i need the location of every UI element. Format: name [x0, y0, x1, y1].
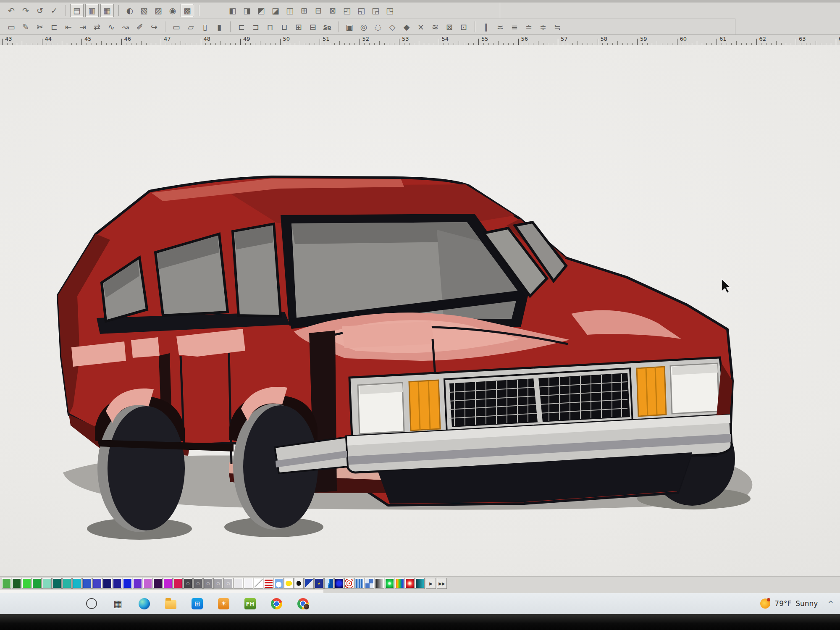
orange-app-icon[interactable]: ✶ — [218, 598, 229, 609]
color-swatch[interactable] — [12, 578, 21, 589]
redo-icon[interactable]: ↷ — [19, 4, 32, 17]
pattern-swatch-cross[interactable] — [365, 578, 374, 589]
bracket-node-icon[interactable]: ⊏ — [48, 21, 60, 33]
distribute-left-icon[interactable]: ∥ — [480, 21, 492, 33]
knife-icon[interactable]: ✎ — [19, 21, 32, 33]
file-explorer-icon[interactable] — [165, 600, 176, 609]
color-swatch[interactable] — [32, 578, 42, 589]
color-swatch[interactable] — [234, 578, 243, 589]
revert-icon[interactable]: ↺ — [34, 4, 46, 17]
chevron-up-icon[interactable]: ^ — [828, 600, 833, 607]
pattern-swatch-star[interactable]: ★ — [314, 578, 324, 589]
smudge-icon[interactable]: ≋ — [429, 21, 441, 33]
pattern-swatch-blue-radial[interactable] — [334, 578, 344, 589]
pattern-swatch-teal-gradient[interactable] — [415, 578, 425, 589]
split-node-icon[interactable]: ⇤ — [62, 21, 75, 33]
punch-icon[interactable]: ◪ — [269, 4, 282, 17]
task-view-button[interactable]: ▦ — [112, 598, 123, 609]
color-swatch[interactable] — [102, 578, 112, 589]
blur-xtra-icon[interactable]: ◌ — [372, 21, 384, 33]
select-path-icon[interactable]: ▣ — [343, 21, 356, 33]
color-swatch[interactable] — [153, 578, 163, 589]
envelope-rect-icon[interactable]: ▭ — [170, 21, 183, 33]
add-object-icon[interactable]: ▭ — [5, 21, 18, 33]
color-mixer-icon[interactable]: ◐ — [123, 4, 136, 17]
delete-xtra-icon[interactable]: ⊠ — [443, 21, 456, 33]
chrome-icon[interactable] — [271, 598, 282, 609]
distribute-top-icon[interactable]: ≐ — [522, 21, 535, 33]
drawing-canvas[interactable] — [0, 45, 840, 576]
spellcheck-icon[interactable]: ✓ — [48, 4, 60, 17]
color-swatch[interactable] — [22, 578, 32, 589]
distribute-bottom-icon[interactable]: ≒ — [551, 21, 564, 33]
pattern-swatch-rainbow[interactable] — [395, 578, 404, 589]
registration-gray-swatch[interactable]: ○ — [223, 578, 233, 589]
align-left-icon[interactable]: ⊏ — [235, 21, 248, 33]
emboss-icon[interactable]: ◱ — [355, 4, 368, 17]
microsoft-store-icon[interactable]: ⊞ — [192, 598, 203, 609]
export-image-icon[interactable]: ▨ — [152, 4, 165, 17]
distribute-right-icon[interactable]: ≡ — [508, 21, 521, 33]
pattern-swatch-yellow-oval[interactable] — [284, 578, 294, 589]
registration-gray-swatch[interactable]: ○ — [193, 578, 203, 589]
pattern-swatch-cloud[interactable] — [274, 578, 284, 589]
crop-path-icon[interactable]: ◫ — [284, 4, 296, 17]
union-icon[interactable]: ◧ — [226, 4, 239, 17]
palette-scroll-right-button[interactable]: ▶ — [426, 578, 436, 589]
pattern-swatch-blue-stripes[interactable] — [354, 578, 364, 589]
document-panel-icon[interactable]: ▦ — [100, 4, 114, 17]
pattern-swatch-green-burst[interactable] — [385, 578, 394, 589]
pattern-swatch-diamond[interactable] — [294, 578, 304, 589]
join-node-icon[interactable]: ⇥ — [76, 21, 89, 33]
envelope-arc-icon[interactable]: ▯ — [199, 21, 211, 33]
shadow-xtra-icon[interactable]: ◆ — [400, 21, 413, 33]
pattern-swatch-flag[interactable] — [264, 578, 273, 589]
align-right-icon[interactable]: ⊐ — [249, 21, 262, 33]
color-swatch[interactable] — [92, 578, 102, 589]
align-center-v-icon[interactable]: ⊟ — [307, 21, 319, 33]
swatches-grid-icon[interactable]: ▩ — [181, 4, 194, 17]
undo-icon[interactable]: ↶ — [5, 4, 18, 17]
inset-path-icon[interactable]: ◎ — [357, 21, 370, 33]
edge-icon[interactable] — [139, 598, 150, 609]
color-swatch[interactable] — [2, 578, 11, 589]
object-inspector-icon[interactable]: ▥ — [85, 4, 99, 17]
palette-scroll-end-button[interactable]: ▶▶ — [437, 578, 447, 589]
bend-icon[interactable]: ✐ — [134, 21, 146, 33]
align-top-icon[interactable]: ⊓ — [264, 21, 276, 33]
distribute-center-h-icon[interactable]: ≍ — [494, 21, 507, 33]
color-swatch[interactable] — [113, 578, 122, 589]
transparency-icon[interactable]: ⊞ — [298, 4, 310, 17]
pinwheel-icon[interactable]: × — [415, 21, 427, 33]
color-swatch[interactable] — [163, 578, 173, 589]
layers-panel-icon[interactable]: ▤ — [70, 4, 84, 17]
intersect-icon[interactable]: ◩ — [255, 4, 268, 17]
reflect-icon[interactable]: ⇄ — [91, 21, 103, 33]
curve-node-icon[interactable]: ∿ — [105, 21, 118, 33]
pattern-swatch-red-spiral[interactable] — [344, 578, 354, 589]
align-bottom-icon[interactable]: ⊔ — [278, 21, 291, 33]
delete-overlap-icon[interactable]: ⊠ — [326, 4, 339, 17]
roughen-icon[interactable]: ↝ — [119, 21, 132, 33]
box-3d-icon[interactable]: ⊡ — [457, 21, 470, 33]
scissors-icon[interactable]: ✂ — [34, 21, 46, 33]
registration-gray-swatch[interactable]: ○ — [183, 578, 193, 589]
registration-gray-swatch[interactable]: ○ — [213, 578, 223, 589]
space-evenly-icon[interactable]: Sp — [321, 21, 333, 33]
color-swatch[interactable] — [62, 578, 72, 589]
color-swatch[interactable] — [133, 578, 142, 589]
envelope-free-icon[interactable]: ▮ — [213, 21, 226, 33]
shadow-shape-icon[interactable]: ◲ — [369, 4, 382, 17]
none-swatch[interactable] — [254, 578, 263, 589]
chrome-profile-icon[interactable] — [297, 598, 309, 609]
color-swatch[interactable] — [143, 578, 152, 589]
blend-shape-icon[interactable]: ◰ — [341, 4, 353, 17]
weather-widget[interactable]: 79°F Sunny ^ — [760, 593, 833, 614]
find-zoom-icon[interactable]: ◉ — [166, 4, 179, 17]
divide-icon[interactable]: ◨ — [241, 4, 253, 17]
color-swatch[interactable] — [82, 578, 92, 589]
registration-gray-swatch[interactable]: ○ — [203, 578, 213, 589]
freehand-icon[interactable]: FH — [244, 598, 256, 609]
overlap-icon[interactable]: ⊟ — [312, 4, 325, 17]
pattern-swatch-chevron[interactable] — [304, 578, 314, 589]
